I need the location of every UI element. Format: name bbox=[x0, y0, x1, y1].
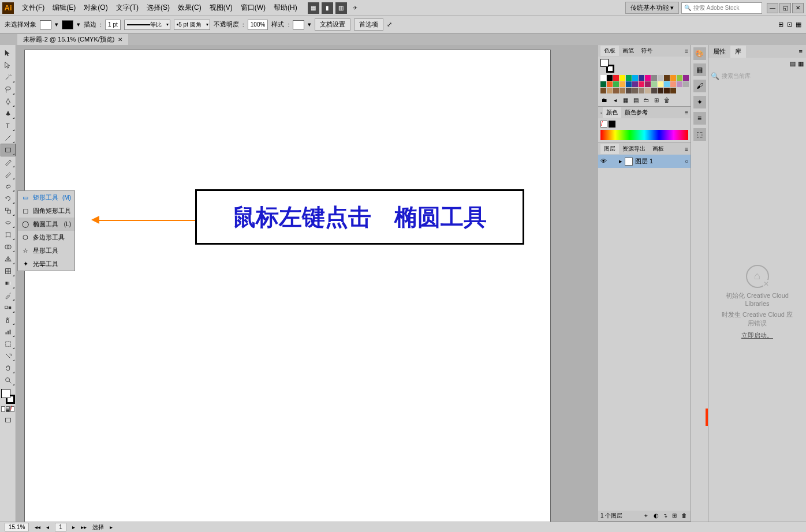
panel-menu-icon[interactable]: ≡ bbox=[796, 48, 806, 55]
swatch[interactable] bbox=[620, 81, 625, 87]
stroke-profile[interactable]: 等比 bbox=[124, 20, 170, 30]
fill-color-box[interactable] bbox=[1, 389, 10, 398]
canvas-area[interactable]: 鼠标左键点击 椭圆工具 bbox=[16, 45, 598, 522]
layer-row-1[interactable]: 👁 ▸ 图层 1 ○ bbox=[598, 155, 691, 168]
swatch-show-icon[interactable]: ▦ bbox=[621, 96, 629, 104]
color-mode-none[interactable]: / bbox=[10, 406, 14, 412]
width-tool[interactable] bbox=[1, 217, 15, 228]
swatch[interactable] bbox=[639, 81, 644, 87]
minimize-button[interactable]: — bbox=[767, 3, 778, 13]
layout-icon-1[interactable]: ▦ bbox=[308, 2, 319, 14]
fill-stroke-control[interactable] bbox=[1, 389, 15, 404]
swatch[interactable] bbox=[677, 81, 682, 87]
mini-fill-stroke[interactable] bbox=[600, 59, 614, 73]
menu-view[interactable]: 视图(V) bbox=[206, 1, 236, 15]
swatch[interactable] bbox=[664, 75, 670, 81]
swatch[interactable] bbox=[607, 75, 613, 81]
swatch[interactable] bbox=[658, 81, 663, 87]
swatch[interactable] bbox=[645, 88, 651, 93]
swatch[interactable] bbox=[658, 75, 663, 81]
menu-file[interactable]: 文件(F) bbox=[18, 1, 48, 15]
lasso-tool[interactable] bbox=[1, 84, 15, 95]
send-icon[interactable]: ✈ bbox=[349, 2, 361, 14]
artboard[interactable] bbox=[24, 50, 551, 522]
swatch[interactable] bbox=[600, 81, 606, 87]
stroke-weight[interactable]: 1 pt bbox=[105, 20, 121, 30]
tab-properties[interactable]: 属性 bbox=[708, 46, 730, 58]
document-tab[interactable]: 未标题-2 @ 15.1% (CMYK/预览) ✕ bbox=[17, 34, 128, 45]
tab-libraries[interactable]: 库 bbox=[730, 46, 746, 58]
nav-prev-icon[interactable]: ◂◂ bbox=[35, 524, 40, 530]
swatch[interactable] bbox=[677, 75, 682, 81]
menu-type[interactable]: 文字(T) bbox=[113, 1, 142, 15]
swatch[interactable] bbox=[664, 81, 670, 87]
swatch[interactable] bbox=[670, 75, 676, 81]
color-spectrum[interactable] bbox=[600, 130, 688, 140]
delete-layer-icon[interactable]: 🗑 bbox=[681, 512, 688, 519]
brush-def[interactable]: • 5 pt 圆角 bbox=[174, 20, 210, 30]
flyout-star[interactable]: ☆ 星形工具 bbox=[18, 244, 74, 257]
artboard-nav[interactable]: 1 bbox=[55, 523, 66, 531]
tab-artboards[interactable]: 画板 bbox=[649, 144, 667, 154]
swatch[interactable] bbox=[651, 81, 657, 87]
swatch[interactable] bbox=[607, 81, 613, 87]
swatch-lib-icon[interactable]: 🖿 bbox=[600, 96, 609, 104]
gradient-tool[interactable] bbox=[1, 278, 15, 289]
menu-help[interactable]: 帮助(H) bbox=[270, 1, 301, 15]
opacity-field[interactable]: 100% bbox=[248, 20, 268, 30]
swatch[interactable] bbox=[632, 81, 638, 87]
hand-tool[interactable] bbox=[1, 362, 15, 374]
grid-icon[interactable]: ▦ bbox=[796, 21, 801, 28]
snap-icon[interactable]: ⊞ bbox=[778, 21, 783, 28]
stroke-swatch[interactable] bbox=[62, 20, 73, 29]
panel-menu-icon[interactable]: ≡ bbox=[685, 110, 688, 116]
swatch[interactable] bbox=[613, 75, 619, 81]
graph-tool[interactable] bbox=[1, 326, 15, 338]
paintbrush-tool[interactable] bbox=[1, 156, 15, 168]
swatch[interactable] bbox=[607, 88, 613, 93]
rectangle-tool[interactable] bbox=[1, 144, 15, 156]
swatch[interactable] bbox=[632, 88, 638, 93]
swatch[interactable] bbox=[639, 75, 644, 81]
shape-builder-tool[interactable] bbox=[1, 241, 15, 253]
menu-select[interactable]: 选择(S) bbox=[143, 1, 173, 15]
swatch[interactable] bbox=[620, 88, 625, 93]
symbol-sprayer-tool[interactable] bbox=[1, 314, 15, 325]
swatch[interactable] bbox=[626, 75, 632, 81]
search-input[interactable]: 搜索 Adobe Stock bbox=[681, 2, 762, 14]
dock-trans-icon[interactable]: ⬚ bbox=[693, 128, 706, 141]
visibility-icon[interactable]: 👁 bbox=[600, 158, 609, 166]
flyout-polygon[interactable]: ⬡ 多边形工具 bbox=[18, 231, 74, 244]
menu-effect[interactable]: 效果(C) bbox=[174, 1, 205, 15]
swatch-new-icon[interactable]: ⊞ bbox=[652, 96, 661, 104]
library-search[interactable]: 🔍 搜索当前库 bbox=[711, 72, 804, 80]
swatch-group-icon[interactable]: 🗀 bbox=[642, 96, 650, 104]
tab-color[interactable]: 颜色 bbox=[603, 107, 621, 118]
nav-prev1-icon[interactable]: ◂ bbox=[46, 524, 49, 530]
perspective-tool[interactable] bbox=[1, 253, 15, 265]
swatch[interactable] bbox=[645, 75, 651, 81]
lib-list-icon[interactable]: ▦ bbox=[798, 60, 804, 68]
eyedropper-tool[interactable] bbox=[1, 290, 15, 301]
swatch[interactable] bbox=[613, 88, 619, 93]
slice-tool[interactable] bbox=[1, 350, 15, 362]
lib-view-icon[interactable]: ▤ bbox=[790, 60, 796, 68]
menu-object[interactable]: 对象(O) bbox=[80, 1, 111, 15]
isolate-icon[interactable]: ⊡ bbox=[787, 21, 792, 28]
workspace-dropdown[interactable]: 传统基本功能 ▾ bbox=[625, 2, 679, 14]
blend-tool[interactable] bbox=[1, 302, 15, 313]
maximize-button[interactable]: ◱ bbox=[779, 3, 791, 13]
tab-symbols[interactable]: 符号 bbox=[637, 46, 656, 56]
swatch-menu-icon[interactable]: ◂ bbox=[611, 96, 619, 104]
swatch-del-icon[interactable]: 🗑 bbox=[663, 96, 671, 104]
align-icon[interactable]: ⤢ bbox=[387, 21, 392, 28]
swatch[interactable] bbox=[670, 81, 676, 87]
pen-tool[interactable] bbox=[1, 96, 15, 107]
swatch[interactable] bbox=[683, 75, 689, 81]
selection-tool[interactable] bbox=[1, 47, 15, 59]
cc-launch-link[interactable]: 立即启动。 bbox=[741, 331, 773, 340]
swatch[interactable] bbox=[613, 81, 619, 87]
swatch[interactable] bbox=[620, 75, 625, 81]
swatch[interactable] bbox=[651, 88, 657, 93]
close-button[interactable]: ✕ bbox=[792, 3, 804, 13]
